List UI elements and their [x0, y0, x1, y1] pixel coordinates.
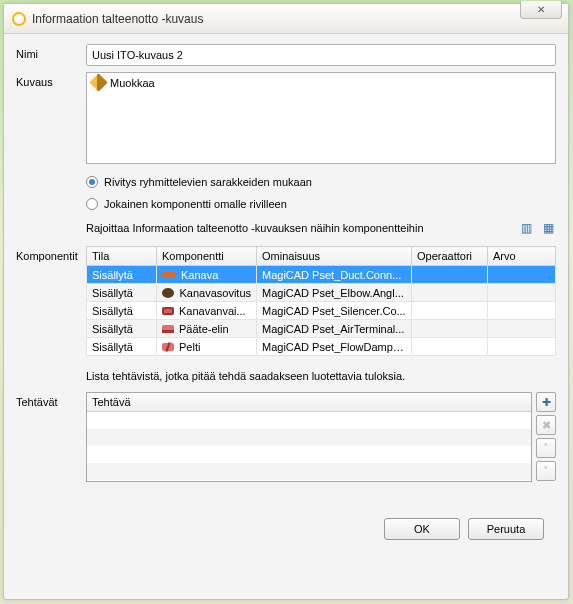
- components-restrict-text: Rajoittaa Informaation talteenotto -kuva…: [86, 222, 424, 234]
- cell-component: Kanavanvai...: [157, 302, 257, 320]
- app-icon: [12, 12, 26, 26]
- task-delete-button[interactable]: ✖: [536, 415, 556, 435]
- cell-component: Kanava: [157, 266, 257, 284]
- task-move-up-button[interactable]: ˄: [536, 438, 556, 458]
- tasks-area: Tehtävä ✚ ✖ ˄ ˅: [86, 392, 556, 482]
- description-box[interactable]: Muokkaa: [86, 72, 556, 164]
- cell-operator: [412, 338, 488, 356]
- cell-state: Sisällytä: [87, 284, 157, 302]
- cell-property: MagiCAD Pset_FlowDampe...: [257, 338, 412, 356]
- cell-component: Pääte-elin: [157, 320, 257, 338]
- tasks-header[interactable]: Tehtävä: [87, 393, 531, 412]
- cell-property: MagiCAD Pset_Elbow.Angl...: [257, 284, 412, 302]
- cell-state: Sisällytä: [87, 302, 157, 320]
- cell-state: Sisällytä: [87, 338, 157, 356]
- tasks-table[interactable]: Tehtävä: [86, 392, 532, 482]
- table-row[interactable]: SisällytäPeltiMagiCAD Pset_FlowDampe...: [87, 338, 556, 356]
- radio-icon: [86, 176, 98, 188]
- cell-value: [488, 284, 556, 302]
- col-operator[interactable]: Operaattori: [412, 247, 488, 266]
- table-row[interactable]: SisällytäKanavaMagiCAD Pset_Duct.Conn...: [87, 266, 556, 284]
- cell-operator: [412, 320, 488, 338]
- task-buttons: ✚ ✖ ˄ ˅: [536, 392, 556, 482]
- cell-value: [488, 338, 556, 356]
- dialog-footer: OK Peruuta: [16, 488, 556, 554]
- columns-icon[interactable]: ▥: [518, 220, 534, 236]
- cell-operator: [412, 302, 488, 320]
- cell-component: Kanavasovitus: [157, 284, 257, 302]
- close-icon: ✕: [537, 4, 545, 15]
- label-components: Komponentit: [16, 246, 80, 262]
- cell-state: Sisällytä: [87, 320, 157, 338]
- cell-property: MagiCAD Pset_AirTerminal...: [257, 320, 412, 338]
- col-component[interactable]: Komponentti: [157, 247, 257, 266]
- tasks-body: [87, 412, 531, 480]
- table-row[interactable]: SisällytäKanavanvai...MagiCAD Pset_Silen…: [87, 302, 556, 320]
- window-title: Informaation talteenotto -kuvaus: [32, 12, 203, 26]
- cancel-button[interactable]: Peruuta: [468, 518, 544, 540]
- cell-property: MagiCAD Pset_Duct.Conn...: [257, 266, 412, 284]
- label-tasks: Tehtävät: [16, 392, 80, 408]
- task-move-down-button[interactable]: ˅: [536, 461, 556, 481]
- radio-per-row[interactable]: Jokainen komponentti omalle rivilleen: [86, 198, 556, 210]
- col-property[interactable]: Ominaisuus: [257, 247, 412, 266]
- cell-property: MagiCAD Pset_Silencer.Co...: [257, 302, 412, 320]
- table-row[interactable]: SisällytäPääte-elinMagiCAD Pset_AirTermi…: [87, 320, 556, 338]
- duct-icon: [162, 272, 176, 278]
- cell-component: Pelti: [157, 338, 257, 356]
- grid-icon[interactable]: ▦: [540, 220, 556, 236]
- dialog-content: Nimi Kuvaus Muokkaa Rivitys ryhmittelevi…: [4, 34, 568, 599]
- damper-icon: [162, 343, 174, 351]
- task-add-button[interactable]: ✚: [536, 392, 556, 412]
- components-table[interactable]: Tila Komponentti Ominaisuus Operaattori …: [86, 246, 556, 356]
- col-value[interactable]: Arvo: [488, 247, 556, 266]
- radio-grouped-label: Rivitys ryhmittelevien sarakkeiden mukaa…: [104, 176, 312, 188]
- edit-description-label: Muokkaa: [110, 77, 155, 89]
- name-input[interactable]: [86, 44, 556, 66]
- dialog-window: Informaation talteenotto -kuvaus ✕ Nimi …: [3, 3, 569, 600]
- wrap-radio-group: Rivitys ryhmittelevien sarakkeiden mukaa…: [86, 170, 556, 214]
- elbow-icon: [162, 288, 174, 298]
- label-description: Kuvaus: [16, 72, 80, 88]
- cell-value: [488, 320, 556, 338]
- ok-button[interactable]: OK: [384, 518, 460, 540]
- components-header-row: Rajoittaa Informaation talteenotto -kuva…: [86, 220, 556, 236]
- radio-per-row-label: Jokainen komponentti omalle rivilleen: [104, 198, 287, 210]
- table-row[interactable]: SisällytäKanavasovitusMagiCAD Pset_Elbow…: [87, 284, 556, 302]
- close-button[interactable]: ✕: [520, 1, 562, 19]
- edit-description-link[interactable]: Muokkaa: [92, 76, 155, 89]
- cell-operator: [412, 284, 488, 302]
- label-name: Nimi: [16, 44, 80, 60]
- radio-grouped[interactable]: Rivitys ryhmittelevien sarakkeiden mukaa…: [86, 176, 556, 188]
- radio-icon: [86, 198, 98, 210]
- tasks-help-text: Lista tehtävistä, jotka pitää tehdä saad…: [86, 370, 556, 382]
- pencil-icon: [89, 73, 107, 91]
- terminal-icon: [162, 325, 174, 333]
- cell-state: Sisällytä: [87, 266, 157, 284]
- cell-operator: [412, 266, 488, 284]
- silencer-icon: [162, 307, 174, 315]
- col-state[interactable]: Tila: [87, 247, 157, 266]
- cell-value: [488, 302, 556, 320]
- cell-value: [488, 266, 556, 284]
- titlebar: Informaation talteenotto -kuvaus ✕: [4, 4, 568, 34]
